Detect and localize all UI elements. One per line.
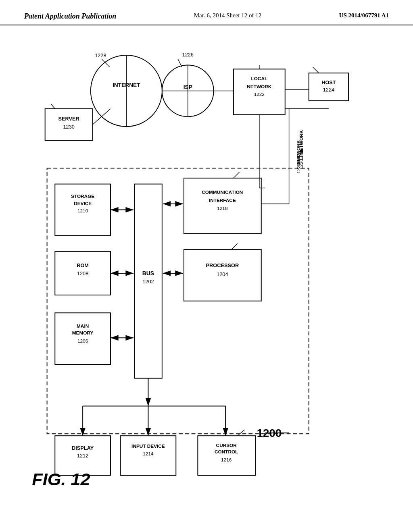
diagram-area: INTERNET 1228 ISP 1226 LOCAL NETWORK 122… bbox=[0, 29, 413, 513]
svg-text:1216: 1216 bbox=[221, 457, 232, 463]
svg-text:DISPLAY: DISPLAY bbox=[72, 445, 94, 451]
svg-text:LINK: LINK bbox=[298, 149, 304, 160]
svg-text:LOCAL: LOCAL bbox=[251, 76, 267, 81]
svg-text:1206: 1206 bbox=[77, 338, 88, 344]
svg-text:1210: 1210 bbox=[77, 208, 88, 214]
svg-text:CONTROL: CONTROL bbox=[215, 449, 238, 455]
svg-text:DEVICE: DEVICE bbox=[74, 201, 92, 206]
svg-text:1202: 1202 bbox=[142, 278, 154, 285]
svg-line-23 bbox=[313, 67, 319, 73]
svg-text:INTERFACE: INTERFACE bbox=[209, 197, 236, 203]
svg-text:COMMUNICATION: COMMUNICATION bbox=[202, 189, 243, 195]
svg-text:1208: 1208 bbox=[77, 270, 88, 276]
svg-text:HOST: HOST bbox=[321, 79, 336, 85]
svg-text:1224: 1224 bbox=[323, 87, 334, 93]
svg-text:1222: 1222 bbox=[254, 91, 265, 97]
svg-text:1230: 1230 bbox=[63, 124, 74, 130]
svg-line-65 bbox=[232, 243, 238, 249]
svg-text:MAIN: MAIN bbox=[77, 323, 89, 329]
svg-text:INPUT DEVICE: INPUT DEVICE bbox=[131, 443, 165, 449]
svg-text:PROCESSOR: PROCESSOR bbox=[206, 262, 239, 268]
publication-label: Patent Application Publication bbox=[24, 12, 116, 21]
svg-text:MEMORY: MEMORY bbox=[72, 330, 94, 336]
svg-text:1212: 1212 bbox=[77, 453, 88, 459]
svg-line-10 bbox=[178, 59, 182, 67]
svg-line-29 bbox=[93, 109, 111, 125]
svg-rect-83 bbox=[198, 436, 255, 475]
svg-text:1226: 1226 bbox=[182, 52, 194, 58]
svg-text:NETWORK: NETWORK bbox=[247, 84, 271, 89]
svg-text:STORAGE: STORAGE bbox=[71, 193, 94, 199]
page-header: Patent Application Publication Mar. 6, 2… bbox=[0, 0, 413, 25]
svg-text:1228: 1228 bbox=[95, 52, 106, 58]
svg-text:BUS: BUS bbox=[142, 270, 154, 276]
svg-text:ROM: ROM bbox=[77, 262, 89, 268]
sheet-info: Mar. 6, 2014 Sheet 12 of 12 bbox=[194, 12, 261, 19]
svg-text:1214: 1214 bbox=[143, 451, 154, 457]
svg-line-53 bbox=[234, 172, 240, 178]
svg-text:SERVER: SERVER bbox=[58, 116, 79, 122]
svg-text:FIG. 12: FIG. 12 bbox=[32, 470, 90, 489]
patent-number: US 2014/067791 A1 bbox=[339, 12, 389, 19]
svg-text:1218: 1218 bbox=[217, 206, 228, 211]
svg-text:1204: 1204 bbox=[217, 271, 228, 277]
svg-line-87 bbox=[238, 430, 245, 436]
svg-line-28 bbox=[51, 104, 55, 109]
svg-text:CURSOR: CURSOR bbox=[216, 443, 237, 448]
